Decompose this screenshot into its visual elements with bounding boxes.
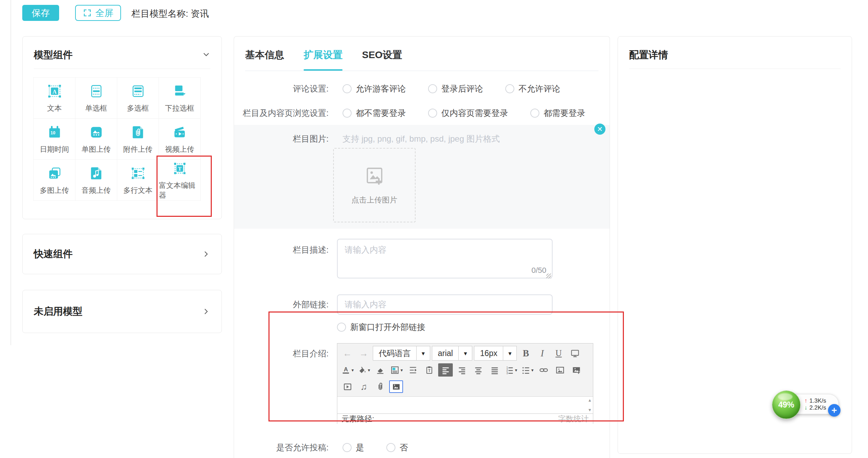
multi-image-upload-icon bbox=[47, 165, 63, 183]
fullscreen-button[interactable]: 全屏 bbox=[75, 5, 121, 21]
align-left-icon[interactable] bbox=[438, 363, 453, 377]
word-count-label[interactable]: 字数统计 bbox=[558, 414, 589, 424]
browse-option[interactable]: 都需要登录 bbox=[530, 108, 585, 119]
component-tile-多图上传[interactable]: 多图上传 bbox=[34, 160, 75, 201]
component-tile-单选框[interactable]: 单选框 bbox=[75, 78, 117, 119]
fullscreen-monitor-icon[interactable] bbox=[568, 347, 582, 360]
external-link-label: 外部链接: bbox=[234, 299, 329, 310]
component-label: 视频上传 bbox=[165, 144, 194, 154]
radio-icon[interactable] bbox=[343, 109, 352, 118]
editor-content-area[interactable]: ▲▼ bbox=[337, 396, 593, 413]
browse-option[interactable]: 仅内容页需要登录 bbox=[428, 108, 508, 119]
chevron-right-icon[interactable] bbox=[202, 307, 210, 316]
contribute-option[interactable]: 否 bbox=[386, 442, 408, 453]
column-desc-textarea[interactable] bbox=[337, 239, 553, 278]
map-icon[interactable] bbox=[389, 380, 403, 393]
comment-option[interactable]: 不允许评论 bbox=[505, 83, 560, 94]
network-speed-widget[interactable]: ↑ 1.3K/s ↓ 2.2K/s 49% bbox=[772, 389, 854, 421]
column-desc-label: 栏目描述: bbox=[234, 239, 329, 255]
browse-option[interactable]: 都不需要登录 bbox=[343, 108, 406, 119]
image-upload-box[interactable]: 点击上传图片 bbox=[333, 148, 416, 222]
align-center-icon[interactable] bbox=[471, 363, 485, 377]
comment-setting-row: 评论设置: 允许游客评论登录后评论不允许评论 bbox=[234, 83, 610, 95]
tab-extended-settings[interactable]: 扩展设置 bbox=[304, 48, 343, 71]
component-tile-多行文本[interactable]: 多行文本 bbox=[117, 160, 159, 201]
editor-select[interactable]: 16px▼ bbox=[474, 346, 517, 361]
divider bbox=[34, 69, 210, 69]
radio-icon[interactable] bbox=[505, 84, 514, 93]
tab-seo-settings[interactable]: SEO设置 bbox=[362, 48, 402, 71]
component-tile-单图上传[interactable]: 单图上传 bbox=[75, 119, 117, 160]
caret-down-icon[interactable]: ▾ bbox=[368, 368, 370, 373]
redo-icon[interactable]: → bbox=[356, 347, 371, 360]
chevron-right-icon[interactable] bbox=[202, 250, 210, 258]
attachment-icon[interactable] bbox=[373, 380, 387, 393]
paste-icon[interactable]: T bbox=[422, 363, 436, 377]
radio-icon[interactable] bbox=[343, 443, 352, 452]
close-icon[interactable]: ✕ bbox=[594, 124, 605, 135]
memory-usage-ball[interactable]: 49% bbox=[772, 390, 801, 419]
chevron-down-icon[interactable]: ▼ bbox=[458, 346, 472, 360]
image-add-icon[interactable] bbox=[569, 363, 584, 377]
indent-icon[interactable] bbox=[405, 363, 420, 377]
chevron-down-icon[interactable] bbox=[202, 50, 210, 59]
quick-components-panel[interactable]: 快速组件 bbox=[22, 234, 222, 274]
justify-icon[interactable] bbox=[487, 363, 502, 377]
component-tile-音频上传[interactable]: 音频上传 bbox=[75, 160, 117, 201]
component-tile-下拉选框[interactable]: 下拉选框 bbox=[159, 78, 201, 119]
chevron-down-icon[interactable]: ▼ bbox=[416, 346, 430, 360]
editor-select[interactable]: arial▼ bbox=[432, 346, 472, 361]
quick-panel-title: 快速组件 bbox=[34, 247, 73, 261]
ordered-list-icon[interactable]: 123▾ bbox=[504, 363, 518, 377]
save-button[interactable]: 保存 bbox=[22, 5, 59, 21]
eraser-icon[interactable] bbox=[373, 363, 387, 377]
components-panel-title: 模型组件 bbox=[34, 48, 73, 62]
new-window-radio-option[interactable]: 新窗口打开外部链接 bbox=[337, 322, 425, 333]
editor-select[interactable]: 代码语言▼ bbox=[373, 346, 430, 361]
column-intro-label: 栏目介绍: bbox=[234, 348, 329, 359]
radio-icon[interactable] bbox=[428, 109, 437, 118]
radio-icon[interactable] bbox=[428, 84, 437, 93]
align-right-icon[interactable] bbox=[455, 363, 469, 377]
radio-icon[interactable] bbox=[337, 323, 346, 332]
component-label: 日期时间 bbox=[40, 144, 69, 154]
radio-icon[interactable] bbox=[343, 84, 352, 93]
video-icon[interactable] bbox=[340, 380, 355, 393]
radio-icon[interactable] bbox=[530, 109, 539, 118]
external-link-input[interactable] bbox=[337, 294, 553, 315]
component-tile-视频上传[interactable]: 视频上传 bbox=[159, 119, 201, 160]
component-label: 单图上传 bbox=[82, 144, 111, 154]
underline-icon[interactable]: U bbox=[551, 347, 566, 360]
font-color-icon[interactable]: A▾ bbox=[340, 363, 355, 377]
undo-icon[interactable]: ← bbox=[340, 347, 355, 360]
component-tile-日期时间[interactable]: 10日期时间 bbox=[34, 119, 75, 160]
comment-option[interactable]: 允许游客评论 bbox=[343, 83, 406, 94]
unordered-list-icon[interactable]: ▾ bbox=[520, 363, 535, 377]
caret-down-icon[interactable]: ▾ bbox=[515, 368, 517, 373]
link-icon[interactable] bbox=[536, 363, 551, 377]
image-icon[interactable] bbox=[553, 363, 567, 377]
chevron-down-icon[interactable]: ▼ bbox=[503, 346, 516, 360]
comment-option[interactable]: 登录后评论 bbox=[428, 83, 483, 94]
caret-down-icon[interactable]: ▾ bbox=[401, 368, 403, 373]
media-layout-icon[interactable]: ▾ bbox=[389, 363, 404, 377]
resize-grip[interactable] bbox=[546, 274, 551, 278]
component-tile-文本[interactable]: A文本 bbox=[34, 78, 75, 119]
background-color-icon[interactable]: ▾ bbox=[356, 363, 371, 377]
radio-icon[interactable] bbox=[386, 443, 395, 452]
editor-scrollbar[interactable]: ▲▼ bbox=[588, 398, 592, 412]
booster-badge-icon[interactable] bbox=[828, 404, 841, 417]
component-tile-多选框[interactable]: 多选框 bbox=[117, 78, 159, 119]
contribute-option[interactable]: 是 bbox=[343, 442, 364, 453]
caret-down-icon[interactable]: ▾ bbox=[531, 368, 534, 373]
component-tile-附件上传[interactable]: 附件上传 bbox=[117, 119, 159, 160]
music-icon[interactable]: ♫ bbox=[356, 380, 371, 393]
component-tile-富文本编辑器[interactable]: T富文本编辑器 bbox=[159, 160, 201, 201]
tab-basic-info[interactable]: 基本信息 bbox=[245, 48, 284, 71]
disabled-models-panel[interactable]: 未启用模型 bbox=[22, 290, 222, 333]
italic-icon[interactable]: I bbox=[535, 347, 549, 360]
editor-select-value: arial bbox=[432, 349, 458, 358]
radio-label: 登录后评论 bbox=[441, 83, 483, 94]
caret-down-icon[interactable]: ▾ bbox=[352, 368, 354, 373]
bold-icon[interactable]: B bbox=[519, 347, 533, 360]
